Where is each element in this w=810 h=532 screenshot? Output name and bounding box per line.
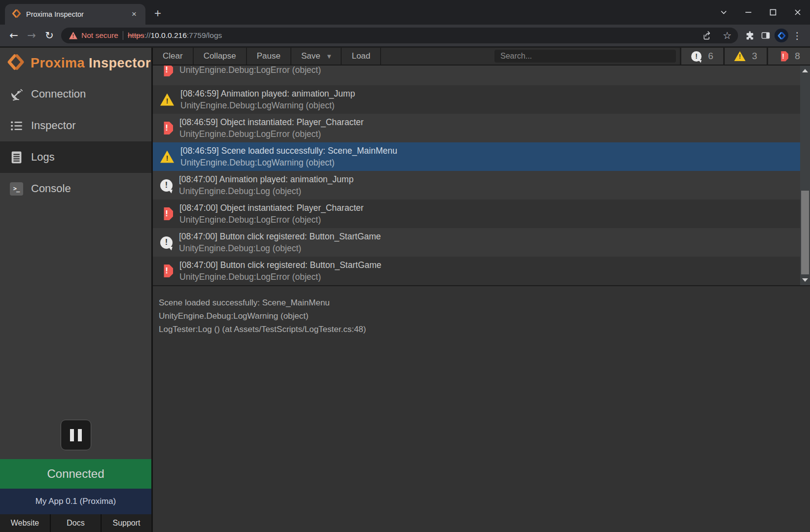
error-filter-badge[interactable]: ! 8 xyxy=(767,48,810,65)
bulleted-list-icon xyxy=(9,119,24,133)
sidebar-item-label: Console xyxy=(31,182,71,195)
proxima-logo-icon xyxy=(7,53,25,73)
reload-icon[interactable]: ↻ xyxy=(40,27,58,44)
sidebar-spacer xyxy=(0,204,151,420)
warning-icon: ! xyxy=(160,151,174,163)
log-row[interactable]: ! [08:47:00] Button click registered: Bu… xyxy=(153,257,800,285)
tab-close-icon[interactable]: × xyxy=(129,9,140,20)
log-row-selected[interactable]: ! [08:46:59] Scene loaded successfully: … xyxy=(153,142,800,171)
url-omnibox[interactable]: ! Not secure https://10.0.0.216:7759/log… xyxy=(61,28,738,43)
pause-stream-button[interactable] xyxy=(61,420,91,450)
profile-avatar[interactable] xyxy=(774,28,789,43)
info-filter-badge[interactable]: ! 6 xyxy=(680,48,723,65)
clear-button[interactable]: Clear xyxy=(153,48,194,65)
search-input[interactable] xyxy=(494,50,676,63)
logs-toolbar: Clear Collapse Pause Save ▼ Load ! 6 ! xyxy=(153,48,810,66)
terminal-console-icon: >_ xyxy=(9,182,24,196)
log-row[interactable]: ! [08:47:00] Object instantiated: Player… xyxy=(153,200,800,228)
load-button[interactable]: Load xyxy=(342,48,381,65)
error-icon: ! xyxy=(160,265,173,277)
info-icon: ! xyxy=(160,179,173,192)
browser-tab[interactable]: Proxima Inspector × xyxy=(5,4,145,25)
not-secure-warning-icon: ! xyxy=(69,32,77,39)
log-list: ! UnityEngine.Debug:LogError (object) ! … xyxy=(153,66,810,285)
warning-icon: ! xyxy=(160,94,174,106)
log-row[interactable]: ! UnityEngine.Debug:LogError (object) xyxy=(153,66,800,85)
log-row[interactable]: ! [08:46:59] Animation played: animation… xyxy=(153,85,800,114)
save-dropdown-caret-icon[interactable]: ▼ xyxy=(327,54,331,59)
detail-stack-2: LogTester:Log () (at Assets/TestScripts/… xyxy=(159,323,804,336)
app-version-label: My App 0.1 (Proxima) xyxy=(0,489,151,514)
sidebar-footer: Website Docs Support xyxy=(0,514,151,532)
info-icon: ! xyxy=(160,236,173,249)
error-icon: ! xyxy=(160,66,173,76)
log-scrollbar[interactable] xyxy=(800,66,810,285)
back-icon[interactable]: ← xyxy=(5,27,23,44)
app-logo: Proxima Inspector xyxy=(0,48,151,78)
info-icon: ! xyxy=(691,51,702,62)
scroll-up-arrow-icon[interactable] xyxy=(802,69,808,72)
sidebar-item-connection[interactable]: Connection xyxy=(0,78,151,110)
warning-icon: ! xyxy=(734,51,745,61)
document-logs-icon xyxy=(9,151,24,164)
close-window-button[interactable] xyxy=(785,0,810,25)
maximize-button[interactable] xyxy=(761,0,785,25)
logs-page: Clear Collapse Pause Save ▼ Load ! 6 ! xyxy=(153,48,810,532)
log-row[interactable]: ! [08:47:00] Button click registered: Bu… xyxy=(153,228,800,257)
sidebar-item-logs[interactable]: Logs xyxy=(0,141,151,173)
pause-logs-button[interactable]: Pause xyxy=(247,48,291,65)
security-chip[interactable]: ! Not secure xyxy=(69,31,118,40)
sidebar-item-label: Inspector xyxy=(31,119,76,132)
website-link[interactable]: Website xyxy=(0,514,51,532)
address-bar: ← → ↻ ! Not secure https://10.0.0.216:77… xyxy=(0,25,810,47)
tab-favicon-proxima-icon xyxy=(12,9,21,20)
forward-icon[interactable]: → xyxy=(23,27,40,44)
bookmark-star-icon[interactable]: ☆ xyxy=(719,28,735,43)
extensions-puzzle-icon[interactable] xyxy=(742,28,758,43)
scrollbar-thumb[interactable] xyxy=(801,191,809,274)
avatar-proxima-logo-icon xyxy=(775,29,788,42)
warning-count: 3 xyxy=(752,51,757,62)
tab-title: Proxima Inspector xyxy=(26,10,124,18)
share-icon[interactable] xyxy=(699,28,715,43)
url-text: https://10.0.0.216:7759/logs xyxy=(128,31,695,40)
minimize-button[interactable] xyxy=(736,0,761,25)
error-icon: ! xyxy=(160,122,173,134)
scroll-down-arrow-icon[interactable] xyxy=(802,278,808,282)
info-count: 6 xyxy=(708,51,713,62)
url-scheme: https xyxy=(128,31,144,39)
docs-link[interactable]: Docs xyxy=(51,514,102,532)
detail-message: Scene loaded successfully: Scene_MainMen… xyxy=(159,296,804,309)
sidebar-item-inspector[interactable]: Inspector xyxy=(0,110,151,141)
sidebar-item-label: Logs xyxy=(31,151,55,164)
browser-window: Proxima Inspector × + ← → ↻ ! Not xyxy=(0,0,810,532)
error-icon: ! xyxy=(778,51,788,62)
detail-stack-1: UnityEngine.Debug:LogWarning (object) xyxy=(159,309,804,323)
new-tab-button[interactable]: + xyxy=(150,6,165,21)
log-row[interactable]: ! [08:46:59] Object instantiated: Player… xyxy=(153,114,800,142)
url-host: 10.0.0.216 xyxy=(150,31,186,39)
browser-menu-icon[interactable]: ⋮ xyxy=(789,28,805,43)
sidebar-item-label: Connection xyxy=(31,88,86,100)
connection-status-badge: Connected xyxy=(0,459,151,489)
not-secure-label: Not secure xyxy=(81,31,118,40)
log-row[interactable]: ! [08:47:00] Animation played: animation… xyxy=(153,171,800,200)
save-button[interactable]: Save ▼ xyxy=(291,48,342,65)
side-panel-icon[interactable] xyxy=(758,28,774,43)
warning-filter-badge[interactable]: ! 3 xyxy=(723,48,767,65)
satellite-dish-icon xyxy=(9,87,24,101)
tab-bar: Proxima Inspector × + xyxy=(0,0,810,25)
pause-icon xyxy=(70,429,74,441)
url-port-path: :7759/logs xyxy=(187,31,222,39)
sidebar-item-console[interactable]: >_ Console xyxy=(0,173,151,204)
error-count: 8 xyxy=(795,51,800,62)
log-detail-panel: Scene loaded successfully: Scene_MainMen… xyxy=(153,285,810,532)
window-controls xyxy=(711,0,810,25)
app-title: Proxima Inspector xyxy=(31,56,151,71)
sidebar: Proxima Inspector Connection xyxy=(0,48,153,532)
omnibox-divider xyxy=(123,31,123,40)
collapse-button[interactable]: Collapse xyxy=(194,48,247,65)
support-link[interactable]: Support xyxy=(102,514,151,532)
url-separator: :// xyxy=(144,31,151,39)
tab-search-chevron-icon[interactable] xyxy=(711,0,736,25)
